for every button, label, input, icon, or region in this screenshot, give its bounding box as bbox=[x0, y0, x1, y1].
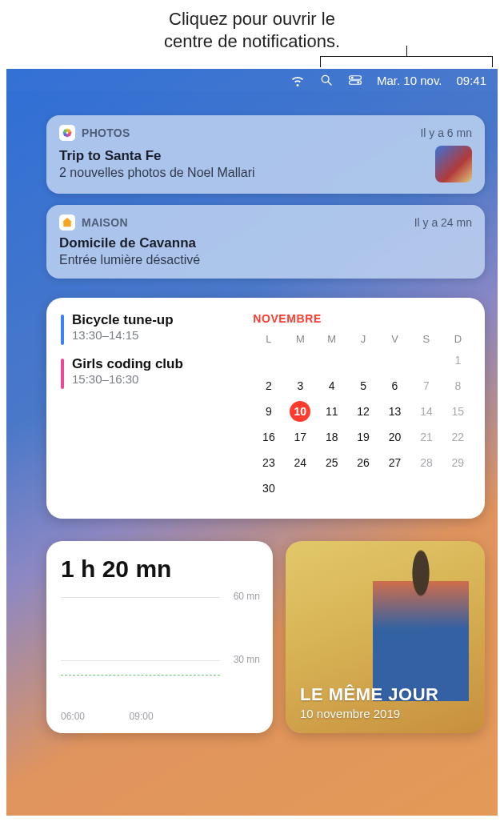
notification[interactable]: MAISONIl y a 24 mnDomicile de CavannaEnt… bbox=[46, 205, 485, 279]
calendar-day[interactable]: 13 bbox=[379, 399, 410, 424]
calendar-day bbox=[347, 475, 378, 501]
calendar-day bbox=[347, 347, 378, 373]
chart-gridline bbox=[61, 597, 220, 598]
chart-bars bbox=[61, 608, 220, 704]
svg-point-11 bbox=[67, 130, 70, 133]
calendar-week-row: 23242526272829 bbox=[253, 450, 474, 475]
calendar-events-list: Bicycle tune-up 13:30–14:15 Girls coding… bbox=[61, 312, 246, 501]
chart-xlabel bbox=[175, 711, 198, 722]
calendar-day[interactable]: 16 bbox=[253, 424, 284, 450]
calendar-day[interactable]: 22 bbox=[442, 424, 474, 450]
calendar-day bbox=[316, 347, 347, 373]
menubar-time[interactable]: 09:41 bbox=[456, 74, 486, 87]
calendar-weekday: S bbox=[410, 330, 442, 347]
screentime-total: 1 h 20 mn bbox=[61, 555, 260, 583]
chart-xlabel: 06:00 bbox=[61, 711, 85, 722]
event-time: 13:30–14:15 bbox=[72, 328, 174, 342]
memory-subtitle: 10 novembre 2019 bbox=[300, 707, 438, 720]
chart-ylabel: 30 mn bbox=[234, 654, 260, 665]
calendar-weekday-header: LMMJVSD bbox=[253, 330, 474, 347]
svg-point-12 bbox=[67, 133, 70, 136]
screentime-widget[interactable]: 1 h 20 mn 60 mn 30 mn 06:0009:00 bbox=[46, 541, 273, 733]
help-annotation: Cliquez pour ouvrir le centre de notific… bbox=[0, 8, 504, 52]
memory-photo bbox=[373, 541, 469, 701]
calendar-day[interactable]: 29 bbox=[442, 450, 474, 475]
svg-point-10 bbox=[64, 130, 67, 133]
notification-title: Domicile de Cavanna bbox=[59, 235, 200, 251]
calendar-day[interactable]: 8 bbox=[442, 373, 474, 399]
calendar-day[interactable]: 28 bbox=[410, 450, 442, 475]
calendar-day[interactable]: 20 bbox=[379, 424, 410, 450]
calendar-day[interactable]: 6 bbox=[379, 373, 410, 399]
calendar-weekday: L bbox=[253, 330, 284, 347]
calendar-day[interactable]: 21 bbox=[410, 424, 442, 450]
chart-xlabel bbox=[85, 711, 107, 722]
calendar-day[interactable]: 25 bbox=[316, 450, 347, 475]
calendar-widget[interactable]: Bicycle tune-up 13:30–14:15 Girls coding… bbox=[46, 298, 485, 519]
calendar-event[interactable]: Girls coding club 15:30–16:30 bbox=[61, 356, 246, 389]
calendar-day[interactable]: 4 bbox=[316, 373, 347, 399]
wifi-icon[interactable] bbox=[290, 74, 305, 86]
calendar-month-label: NOVEMBRE bbox=[253, 312, 474, 325]
calendar-day[interactable]: 26 bbox=[347, 450, 378, 475]
memory-caption: LE MÊME JOUR 10 novembre 2019 bbox=[300, 684, 438, 720]
annotation-bracket bbox=[320, 56, 493, 67]
widget-row: 1 h 20 mn 60 mn 30 mn 06:0009:00 LE MÊME… bbox=[46, 541, 485, 733]
calendar-day bbox=[379, 347, 410, 373]
calendar-day[interactable]: 10 bbox=[285, 399, 316, 424]
notification-app-name: PHOTOS bbox=[82, 126, 130, 139]
calendar-day[interactable]: 15 bbox=[442, 399, 474, 424]
chart-xlabel bbox=[107, 711, 130, 722]
calendar-day[interactable]: 18 bbox=[316, 424, 347, 450]
menu-bar: Mar. 10 nov. 09:41 bbox=[6, 69, 498, 91]
calendar-day[interactable]: 17 bbox=[285, 424, 316, 450]
calendar-day[interactable]: 23 bbox=[253, 450, 284, 475]
home-app-icon bbox=[59, 215, 75, 231]
photos-memory-widget[interactable]: LE MÊME JOUR 10 novembre 2019 bbox=[286, 541, 485, 733]
spotlight-icon[interactable] bbox=[319, 74, 334, 86]
calendar-weekday: V bbox=[379, 330, 410, 347]
svg-point-3 bbox=[351, 77, 354, 79]
calendar-day bbox=[316, 475, 347, 501]
calendar-day[interactable]: 3 bbox=[285, 373, 316, 399]
calendar-day[interactable]: 5 bbox=[347, 373, 378, 399]
notification[interactable]: PHOTOSIl y a 6 mnTrip to Santa Fe2 nouve… bbox=[46, 115, 485, 194]
calendar-day[interactable]: 9 bbox=[253, 399, 284, 424]
calendar-day[interactable]: 24 bbox=[285, 450, 316, 475]
calendar-week-row: 1 bbox=[253, 347, 474, 373]
screentime-chart: 60 mn 30 mn 06:0009:00 bbox=[61, 591, 260, 722]
calendar-day[interactable]: 14 bbox=[410, 399, 442, 424]
chart-xlabel bbox=[198, 711, 220, 722]
svg-point-5 bbox=[357, 82, 359, 84]
calendar-day bbox=[442, 475, 474, 501]
event-color-bar bbox=[61, 359, 64, 389]
desktop: Mar. 10 nov. 09:41 PHOTOSIl y a 6 mnTrip… bbox=[6, 69, 498, 816]
calendar-day[interactable]: 27 bbox=[379, 450, 410, 475]
calendar-week-row: 2345678 bbox=[253, 373, 474, 399]
annotation-line1: Cliquez pour ouvrir le bbox=[0, 8, 504, 30]
calendar-weekday: M bbox=[285, 330, 316, 347]
memory-title: LE MÊME JOUR bbox=[300, 684, 438, 705]
calendar-day bbox=[379, 475, 410, 501]
calendar-weekday: J bbox=[347, 330, 378, 347]
calendar-event[interactable]: Bicycle tune-up 13:30–14:15 bbox=[61, 312, 246, 345]
calendar-month-grid: NOVEMBRE LMMJVSD 12345678910111213141516… bbox=[253, 312, 474, 501]
control-center-icon[interactable] bbox=[348, 74, 362, 86]
calendar-day bbox=[285, 347, 316, 373]
notification-center: PHOTOSIl y a 6 mnTrip to Santa Fe2 nouve… bbox=[6, 91, 498, 746]
calendar-week-row: 30 bbox=[253, 475, 474, 501]
calendar-week-row: 16171819202122 bbox=[253, 424, 474, 450]
calendar-day[interactable]: 7 bbox=[410, 373, 442, 399]
calendar-day[interactable]: 2 bbox=[253, 373, 284, 399]
calendar-day bbox=[410, 347, 442, 373]
svg-point-13 bbox=[64, 133, 67, 136]
calendar-day[interactable]: 19 bbox=[347, 424, 378, 450]
svg-line-1 bbox=[328, 82, 331, 85]
calendar-day[interactable]: 30 bbox=[253, 475, 284, 501]
calendar-day[interactable]: 11 bbox=[316, 399, 347, 424]
calendar-weekday: M bbox=[316, 330, 347, 347]
notification-app-name: MAISON bbox=[82, 216, 128, 229]
calendar-day[interactable]: 12 bbox=[347, 399, 378, 424]
menubar-date[interactable]: Mar. 10 nov. bbox=[377, 74, 442, 87]
calendar-day[interactable]: 1 bbox=[442, 347, 474, 373]
